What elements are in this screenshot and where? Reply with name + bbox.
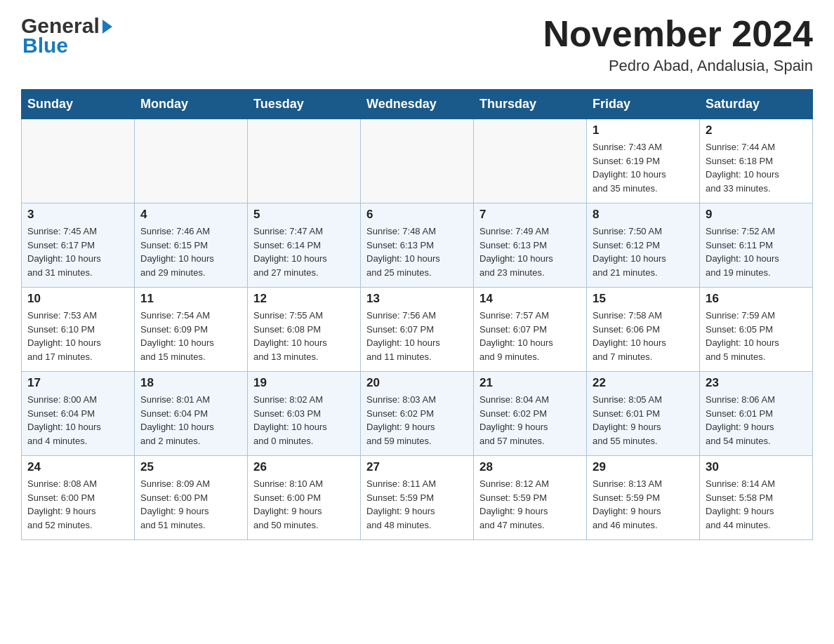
day-info: Sunrise: 7:55 AMSunset: 6:08 PMDaylight:… [253,309,355,363]
day-number: 22 [593,376,694,390]
day-number: 10 [27,292,128,306]
calendar-cell: 21Sunrise: 8:04 AMSunset: 6:02 PMDayligh… [474,372,587,456]
day-info: Sunrise: 8:04 AMSunset: 6:02 PMDaylight:… [479,393,581,448]
calendar-subtitle: Pedro Abad, Andalusia, Spain [543,57,813,75]
weekday-header-tuesday: Tuesday [248,90,361,119]
logo-blue-text: Blue [21,34,68,58]
day-info: Sunrise: 7:50 AMSunset: 6:12 PMDaylight:… [593,224,694,279]
calendar-cell: 30Sunrise: 8:14 AMSunset: 5:58 PMDayligh… [700,456,813,540]
day-info: Sunrise: 8:11 AMSunset: 5:59 PMDaylight:… [366,477,468,532]
title-block: November 2024 Pedro Abad, Andalusia, Spa… [543,14,813,75]
day-number: 29 [593,460,694,474]
calendar-week-4: 17Sunrise: 8:00 AMSunset: 6:04 PMDayligh… [22,372,813,456]
day-number: 23 [706,376,807,390]
calendar-cell: 24Sunrise: 8:08 AMSunset: 6:00 PMDayligh… [22,456,135,540]
calendar-cell [135,119,248,203]
day-info: Sunrise: 7:57 AMSunset: 6:07 PMDaylight:… [479,309,581,363]
weekday-header-monday: Monday [135,90,248,119]
day-number: 8 [593,208,694,222]
day-info: Sunrise: 8:00 AMSunset: 6:04 PMDaylight:… [27,393,128,448]
day-number: 6 [366,208,468,222]
day-number: 19 [253,376,355,390]
calendar-cell [248,119,361,203]
calendar-cell: 3Sunrise: 7:45 AMSunset: 6:17 PMDaylight… [22,203,135,288]
day-number: 28 [479,460,581,474]
calendar-header-row: SundayMondayTuesdayWednesdayThursdayFrid… [22,90,813,119]
day-number: 4 [140,208,241,222]
day-number: 2 [706,123,807,137]
calendar-cell: 23Sunrise: 8:06 AMSunset: 6:01 PMDayligh… [700,372,813,456]
calendar-cell: 17Sunrise: 8:00 AMSunset: 6:04 PMDayligh… [22,372,135,456]
calendar-cell: 8Sunrise: 7:50 AMSunset: 6:12 PMDaylight… [587,203,700,288]
day-info: Sunrise: 7:49 AMSunset: 6:13 PMDaylight:… [479,224,581,279]
day-info: Sunrise: 7:45 AMSunset: 6:17 PMDaylight:… [27,224,128,279]
day-info: Sunrise: 7:53 AMSunset: 6:10 PMDaylight:… [27,309,128,363]
day-number: 11 [140,292,241,306]
day-number: 25 [140,460,241,474]
weekday-header-wednesday: Wednesday [361,90,474,119]
calendar-cell: 1Sunrise: 7:43 AMSunset: 6:19 PMDaylight… [587,119,700,203]
calendar-cell: 11Sunrise: 7:54 AMSunset: 6:09 PMDayligh… [135,288,248,372]
day-number: 5 [253,208,355,222]
calendar-cell: 15Sunrise: 7:58 AMSunset: 6:06 PMDayligh… [587,288,700,372]
calendar-cell: 16Sunrise: 7:59 AMSunset: 6:05 PMDayligh… [700,288,813,372]
day-number: 3 [27,208,128,222]
day-info: Sunrise: 7:59 AMSunset: 6:05 PMDaylight:… [706,309,807,363]
calendar-cell: 29Sunrise: 8:13 AMSunset: 5:59 PMDayligh… [587,456,700,540]
day-info: Sunrise: 7:54 AMSunset: 6:09 PMDaylight:… [140,309,241,363]
calendar-cell: 26Sunrise: 8:10 AMSunset: 6:00 PMDayligh… [248,456,361,540]
calendar-cell: 22Sunrise: 8:05 AMSunset: 6:01 PMDayligh… [587,372,700,456]
calendar-title: November 2024 [543,14,813,54]
day-number: 16 [706,292,807,306]
calendar-cell: 13Sunrise: 7:56 AMSunset: 6:07 PMDayligh… [361,288,474,372]
day-number: 21 [479,376,581,390]
calendar-week-2: 3Sunrise: 7:45 AMSunset: 6:17 PMDaylight… [22,203,813,288]
calendar-cell: 5Sunrise: 7:47 AMSunset: 6:14 PMDaylight… [248,203,361,288]
day-number: 12 [253,292,355,306]
calendar-cell: 20Sunrise: 8:03 AMSunset: 6:02 PMDayligh… [361,372,474,456]
day-number: 9 [706,208,807,222]
calendar-cell: 9Sunrise: 7:52 AMSunset: 6:11 PMDaylight… [700,203,813,288]
calendar-table: SundayMondayTuesdayWednesdayThursdayFrid… [21,89,813,540]
day-number: 14 [479,292,581,306]
calendar-cell: 10Sunrise: 7:53 AMSunset: 6:10 PMDayligh… [22,288,135,372]
calendar-cell: 25Sunrise: 8:09 AMSunset: 6:00 PMDayligh… [135,456,248,540]
day-info: Sunrise: 7:48 AMSunset: 6:13 PMDaylight:… [366,224,468,279]
calendar-cell: 28Sunrise: 8:12 AMSunset: 5:59 PMDayligh… [474,456,587,540]
day-number: 1 [593,123,694,137]
day-info: Sunrise: 8:08 AMSunset: 6:00 PMDaylight:… [27,477,128,532]
day-info: Sunrise: 7:47 AMSunset: 6:14 PMDaylight:… [253,224,355,279]
calendar-cell [22,119,135,203]
day-info: Sunrise: 8:09 AMSunset: 6:00 PMDaylight:… [140,477,241,532]
day-number: 27 [366,460,468,474]
day-info: Sunrise: 7:58 AMSunset: 6:06 PMDaylight:… [593,309,694,363]
day-info: Sunrise: 8:02 AMSunset: 6:03 PMDaylight:… [253,393,355,448]
calendar-week-3: 10Sunrise: 7:53 AMSunset: 6:10 PMDayligh… [22,288,813,372]
logo: General Blue [21,14,112,58]
day-info: Sunrise: 8:05 AMSunset: 6:01 PMDaylight:… [593,393,694,448]
calendar-cell: 7Sunrise: 7:49 AMSunset: 6:13 PMDaylight… [474,203,587,288]
page-header: General Blue November 2024 Pedro Abad, A… [21,14,813,75]
calendar-cell: 27Sunrise: 8:11 AMSunset: 5:59 PMDayligh… [361,456,474,540]
calendar-cell: 19Sunrise: 8:02 AMSunset: 6:03 PMDayligh… [248,372,361,456]
calendar-week-5: 24Sunrise: 8:08 AMSunset: 6:00 PMDayligh… [22,456,813,540]
calendar-cell: 18Sunrise: 8:01 AMSunset: 6:04 PMDayligh… [135,372,248,456]
day-info: Sunrise: 7:46 AMSunset: 6:15 PMDaylight:… [140,224,241,279]
day-info: Sunrise: 8:12 AMSunset: 5:59 PMDaylight:… [479,477,581,532]
calendar-cell [361,119,474,203]
day-number: 15 [593,292,694,306]
day-number: 26 [253,460,355,474]
day-info: Sunrise: 8:01 AMSunset: 6:04 PMDaylight:… [140,393,241,448]
calendar-cell [474,119,587,203]
day-info: Sunrise: 8:14 AMSunset: 5:58 PMDaylight:… [706,477,807,532]
day-info: Sunrise: 8:13 AMSunset: 5:59 PMDaylight:… [593,477,694,532]
day-info: Sunrise: 7:44 AMSunset: 6:18 PMDaylight:… [706,140,807,195]
weekday-header-sunday: Sunday [22,90,135,119]
day-info: Sunrise: 8:03 AMSunset: 6:02 PMDaylight:… [366,393,468,448]
calendar-cell: 6Sunrise: 7:48 AMSunset: 6:13 PMDaylight… [361,203,474,288]
day-number: 30 [706,460,807,474]
day-info: Sunrise: 7:56 AMSunset: 6:07 PMDaylight:… [366,309,468,363]
day-number: 13 [366,292,468,306]
day-info: Sunrise: 7:43 AMSunset: 6:19 PMDaylight:… [593,140,694,195]
day-number: 24 [27,460,128,474]
